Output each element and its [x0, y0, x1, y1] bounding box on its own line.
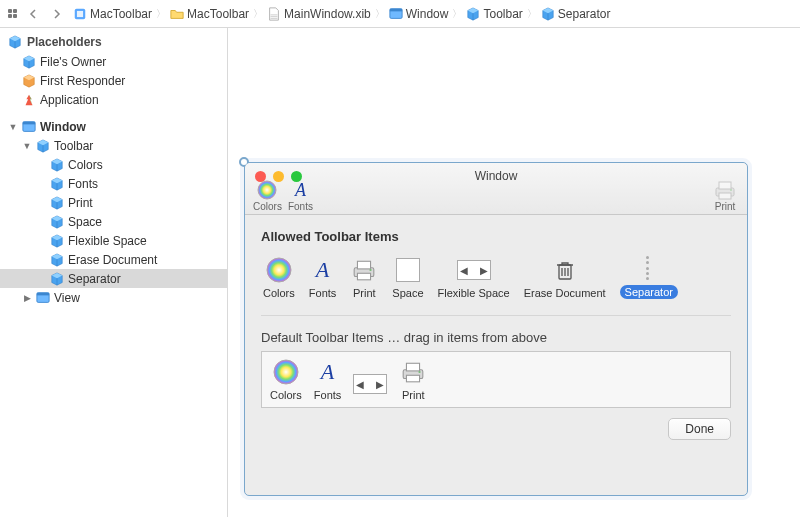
related-items-icon[interactable] [6, 7, 19, 20]
disclosure-triangle-icon[interactable]: ▼ [8, 122, 18, 132]
cube-icon [50, 215, 64, 229]
cube-orange-icon [22, 74, 36, 88]
toolbar-item-print[interactable]: Print [713, 179, 737, 212]
outline-section-placeholders: Placeholders [0, 32, 227, 52]
outline-item-first-responder[interactable]: First Responder [0, 71, 227, 90]
top-toolbar: MacToolbar 〉 MacToolbar 〉 MainWindow.xib… [0, 0, 800, 28]
separator-icon [646, 256, 652, 280]
toolbar-config-sheet: Allowed Toolbar Items Colors AFonts Prin… [245, 215, 747, 454]
disclosure-triangle-icon[interactable]: ▶ [22, 293, 32, 303]
fonts-icon: A [295, 181, 306, 199]
ib-canvas[interactable]: Window Colors A Fonts Print [228, 28, 800, 517]
outline-item-fonts[interactable]: Fonts [0, 174, 227, 193]
crumb-file[interactable]: MainWindow.xib [267, 7, 371, 21]
flexible-space-icon: ◀▶ [353, 374, 387, 394]
fonts-icon: A [321, 361, 334, 383]
outline-item-separator[interactable]: Separator [0, 269, 227, 288]
chevron-right-icon: 〉 [371, 7, 389, 21]
outline-item-toolbar[interactable]: ▼Toolbar [0, 136, 227, 155]
allowed-items-row: Colors AFonts Print Space ◀▶Flexible Spa… [261, 250, 731, 303]
fonts-icon: A [316, 259, 329, 281]
crumb-folder[interactable]: MacToolbar [170, 7, 249, 21]
toolbar-item-label: Print [715, 201, 736, 212]
breadcrumb: MacToolbar 〉 MacToolbar 〉 MainWindow.xib… [73, 7, 754, 21]
crumb-project[interactable]: MacToolbar [73, 7, 152, 21]
outline-sidebar: Placeholders File's Owner First Responde… [0, 28, 228, 517]
chevron-right-icon: 〉 [448, 7, 466, 21]
outline-item-window[interactable]: ▼Window [0, 117, 227, 136]
outline-item-colors[interactable]: Colors [0, 155, 227, 174]
allowed-item-space[interactable]: Space [392, 256, 423, 299]
default-item-flex[interactable]: ◀▶ [353, 370, 387, 401]
allowed-item-fonts[interactable]: AFonts [309, 256, 337, 299]
cube-icon [22, 55, 36, 69]
cube-icon [50, 158, 64, 172]
nav-back-button[interactable] [23, 4, 43, 24]
outline-item-application[interactable]: Application [0, 90, 227, 109]
allowed-items-title: Allowed Toolbar Items [261, 229, 731, 244]
cube-icon [36, 139, 50, 153]
app-icon [22, 93, 36, 107]
cube-icon [50, 272, 64, 286]
toolbar-item-fonts[interactable]: A Fonts [288, 179, 313, 212]
disclosure-triangle-icon[interactable]: ▼ [22, 141, 32, 151]
toolbar-item-colors[interactable]: Colors [253, 179, 282, 212]
default-item-fonts[interactable]: AFonts [314, 358, 342, 401]
cube-icon [50, 196, 64, 210]
crumb-window[interactable]: Window [389, 7, 449, 21]
default-item-colors[interactable]: Colors [270, 358, 302, 401]
toolbar-item-label: Colors [253, 201, 282, 212]
default-items-box[interactable]: Colors AFonts ◀▶ Print [261, 351, 731, 408]
mock-window[interactable]: Window Colors A Fonts Print [244, 162, 748, 496]
window-title: Window [245, 169, 747, 183]
allowed-item-print[interactable]: Print [350, 256, 378, 299]
done-button[interactable]: Done [668, 418, 731, 440]
outline-item-space[interactable]: Space [0, 212, 227, 231]
space-icon [396, 258, 420, 282]
svg-point-11 [274, 360, 298, 384]
crumb-selected[interactable]: Separator [541, 7, 611, 21]
outline-item-erase-document[interactable]: Erase Document [0, 250, 227, 269]
svg-point-10 [267, 258, 291, 282]
allowed-item-colors[interactable]: Colors [263, 256, 295, 299]
default-items-title: Default Toolbar Items … drag in items fr… [261, 330, 731, 345]
cube-icon [50, 234, 64, 248]
allowed-item-flexible-space[interactable]: ◀▶Flexible Space [438, 256, 510, 299]
cube-icon [8, 35, 22, 49]
outline-item-print[interactable]: Print [0, 193, 227, 212]
window-icon [36, 291, 50, 305]
allowed-item-erase-document[interactable]: Erase Document [524, 256, 606, 299]
default-item-print[interactable]: Print [399, 358, 427, 401]
window-icon [22, 120, 36, 134]
svg-point-9 [258, 181, 276, 199]
cube-icon [50, 177, 64, 191]
chevron-right-icon: 〉 [523, 7, 541, 21]
nav-forward-button[interactable] [47, 4, 67, 24]
outline-item-view[interactable]: ▶View [0, 288, 227, 307]
crumb-toolbar[interactable]: Toolbar [466, 7, 522, 21]
chevron-right-icon: 〉 [249, 7, 267, 21]
cube-icon [50, 253, 64, 267]
chevron-right-icon: 〉 [152, 7, 170, 21]
outline-item-flexible-space[interactable]: Flexible Space [0, 231, 227, 250]
divider [261, 315, 731, 316]
window-titlebar: Window Colors A Fonts Print [245, 163, 747, 215]
flexible-space-icon: ◀▶ [457, 260, 491, 280]
toolbar-item-label: Fonts [288, 201, 313, 212]
allowed-item-separator[interactable]: Separator [620, 254, 678, 299]
outline-item-files-owner[interactable]: File's Owner [0, 52, 227, 71]
